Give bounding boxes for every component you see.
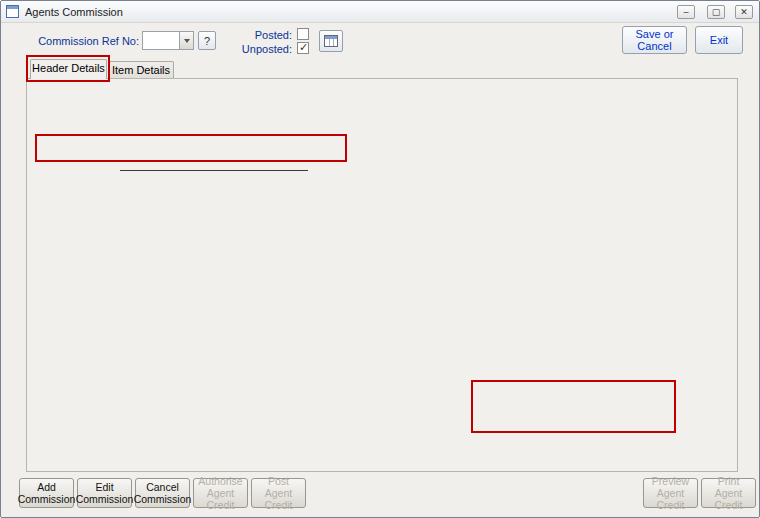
close-icon[interactable]: ✕ xyxy=(735,5,753,19)
cancel-commission-button[interactable]: Cancel Commission xyxy=(135,478,190,508)
unposted-label: Unposted: xyxy=(231,42,292,56)
commission-ref-no-label: Commission Ref No: xyxy=(31,34,139,48)
window-title: Agents Commission xyxy=(25,6,123,18)
save-or-cancel-button[interactable]: Save or Cancel xyxy=(622,26,687,54)
posted-label: Posted: xyxy=(241,28,292,42)
edit-commission-button[interactable]: Edit Commission xyxy=(77,478,132,508)
agents-commission-window: Agents Commission – ▢ ✕ Commission Ref N… xyxy=(0,0,760,518)
header-details-panel xyxy=(26,78,738,472)
title-bar[interactable]: Agents Commission xyxy=(1,1,759,23)
exit-button[interactable]: Exit xyxy=(695,26,743,54)
posted-checkbox[interactable] xyxy=(297,28,309,40)
tab-header-details[interactable]: Header Details xyxy=(30,59,107,79)
help-button[interactable]: ? xyxy=(198,31,216,50)
preview-agent-credit-button: Preview Agent Credit xyxy=(643,478,698,508)
authorise-agent-credit-button: Authorise Agent Credit xyxy=(193,478,248,508)
add-commission-button[interactable]: Add Commission xyxy=(19,478,74,508)
tab-item-details[interactable]: Item Details xyxy=(108,61,174,78)
maximize-icon[interactable]: ▢ xyxy=(707,5,725,19)
commission-ref-no-combo[interactable] xyxy=(142,31,194,50)
strikethrough-line xyxy=(120,170,308,171)
post-agent-credit-button: Post Agent Credit xyxy=(251,478,306,508)
print-agent-credit-button: Print Agent Credit xyxy=(701,478,756,508)
chevron-down-icon[interactable] xyxy=(179,32,193,49)
unposted-checkbox[interactable] xyxy=(297,42,309,54)
table-icon xyxy=(324,35,338,47)
minimize-icon[interactable]: – xyxy=(677,5,695,19)
window-icon xyxy=(6,5,19,18)
browse-button[interactable] xyxy=(319,30,343,52)
